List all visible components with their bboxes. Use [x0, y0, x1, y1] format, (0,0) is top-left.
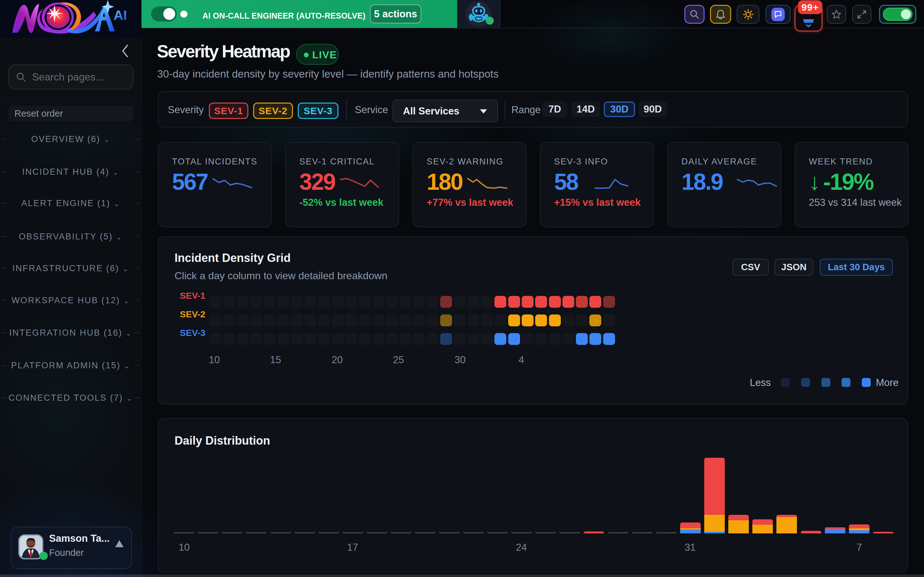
- svg-text:AI: AI: [113, 8, 127, 23]
